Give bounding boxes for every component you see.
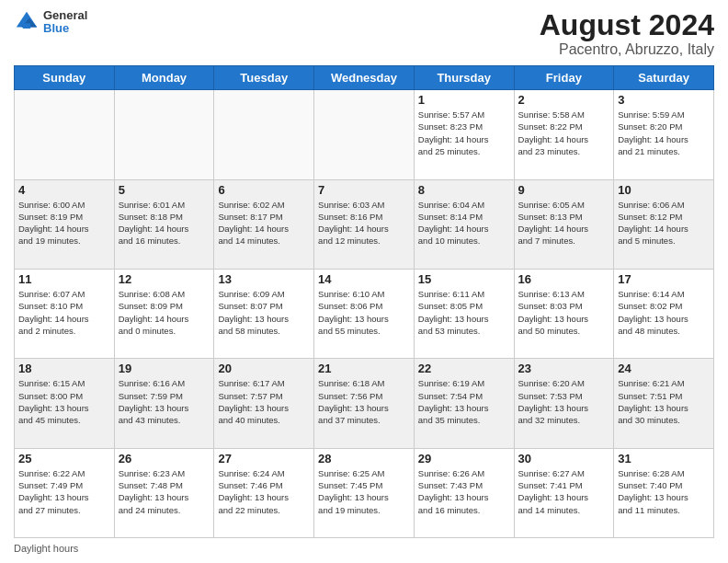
day-number: 25 (18, 452, 110, 465)
day-info: Sunrise: 6:19 AM Sunset: 7:54 PM Dayligh… (418, 377, 510, 426)
table-row: 12Sunrise: 6:08 AM Sunset: 8:09 PM Dayli… (114, 269, 214, 358)
day-info: Sunrise: 6:04 AM Sunset: 8:14 PM Dayligh… (418, 199, 510, 247)
table-row: 8Sunrise: 6:04 AM Sunset: 8:14 PM Daylig… (414, 179, 514, 269)
day-info: Sunrise: 6:28 AM Sunset: 7:40 PM Dayligh… (618, 467, 710, 516)
day-info: Sunrise: 6:20 AM Sunset: 7:53 PM Dayligh… (518, 377, 610, 426)
table-row: 11Sunrise: 6:07 AM Sunset: 8:10 PM Dayli… (15, 269, 115, 358)
day-info: Sunrise: 6:11 AM Sunset: 8:05 PM Dayligh… (418, 288, 510, 337)
day-number: 26 (119, 452, 210, 465)
col-tuesday: Tuesday (214, 66, 314, 90)
table-row: 22Sunrise: 6:19 AM Sunset: 7:54 PM Dayli… (414, 359, 514, 448)
day-info: Sunrise: 6:06 AM Sunset: 8:12 PM Dayligh… (618, 199, 710, 247)
table-row: 30Sunrise: 6:27 AM Sunset: 7:41 PM Dayli… (514, 448, 614, 537)
col-thursday: Thursday (414, 66, 514, 90)
header: General Blue August 2024 Pacentro, Abruz… (14, 9, 714, 58)
day-number: 28 (318, 452, 410, 465)
calendar-table: Sunday Monday Tuesday Wednesday Thursday… (14, 65, 714, 538)
col-friday: Friday (514, 66, 614, 90)
day-number: 10 (618, 183, 710, 197)
day-number: 16 (518, 272, 610, 286)
logo-line2: Blue (43, 22, 87, 35)
calendar-title: August 2024 (540, 9, 714, 41)
table-row: 25Sunrise: 6:22 AM Sunset: 7:49 PM Dayli… (15, 448, 115, 537)
day-number: 31 (618, 452, 710, 465)
day-info: Sunrise: 6:23 AM Sunset: 7:48 PM Dayligh… (119, 467, 210, 516)
day-info: Sunrise: 6:17 AM Sunset: 7:57 PM Dayligh… (218, 377, 310, 426)
day-number: 3 (618, 93, 710, 107)
table-row: 13Sunrise: 6:09 AM Sunset: 8:07 PM Dayli… (214, 269, 314, 358)
logo-line1: General (43, 9, 87, 22)
day-number: 12 (119, 272, 210, 286)
table-row: 26Sunrise: 6:23 AM Sunset: 7:48 PM Dayli… (114, 448, 214, 537)
table-row: 6Sunrise: 6:02 AM Sunset: 8:17 PM Daylig… (214, 179, 314, 269)
table-row: 14Sunrise: 6:10 AM Sunset: 8:06 PM Dayli… (314, 269, 415, 358)
title-block: August 2024 Pacentro, Abruzzo, Italy (540, 9, 714, 58)
day-info: Sunrise: 5:57 AM Sunset: 8:23 PM Dayligh… (418, 109, 510, 157)
day-number: 11 (18, 272, 110, 286)
day-info: Sunrise: 6:18 AM Sunset: 7:56 PM Dayligh… (318, 377, 410, 426)
calendar-week-row: 25Sunrise: 6:22 AM Sunset: 7:49 PM Dayli… (15, 448, 714, 537)
day-number: 7 (318, 183, 410, 197)
day-number: 18 (18, 362, 110, 375)
table-row: 18Sunrise: 6:15 AM Sunset: 8:00 PM Dayli… (15, 359, 115, 448)
col-monday: Monday (114, 66, 214, 90)
day-number: 4 (18, 183, 110, 197)
table-row: 7Sunrise: 6:03 AM Sunset: 8:16 PM Daylig… (314, 179, 415, 269)
table-row: 28Sunrise: 6:25 AM Sunset: 7:45 PM Dayli… (314, 448, 415, 537)
table-row: 15Sunrise: 6:11 AM Sunset: 8:05 PM Dayli… (414, 269, 514, 358)
table-row (314, 90, 415, 179)
day-info: Sunrise: 6:24 AM Sunset: 7:46 PM Dayligh… (218, 467, 310, 516)
day-info: Sunrise: 6:21 AM Sunset: 7:51 PM Dayligh… (618, 377, 710, 426)
table-row: 27Sunrise: 6:24 AM Sunset: 7:46 PM Dayli… (214, 448, 314, 537)
day-info: Sunrise: 6:25 AM Sunset: 7:45 PM Dayligh… (318, 467, 410, 516)
day-number: 29 (418, 452, 510, 465)
table-row: 3Sunrise: 5:59 AM Sunset: 8:20 PM Daylig… (614, 90, 714, 179)
page: General Blue August 2024 Pacentro, Abruz… (0, 0, 728, 563)
day-info: Sunrise: 6:26 AM Sunset: 7:43 PM Dayligh… (418, 467, 510, 516)
table-row: 19Sunrise: 6:16 AM Sunset: 7:59 PM Dayli… (114, 359, 214, 448)
table-row (114, 90, 214, 179)
day-info: Sunrise: 6:14 AM Sunset: 8:02 PM Dayligh… (618, 288, 710, 337)
col-saturday: Saturday (614, 66, 714, 90)
day-number: 22 (418, 362, 510, 375)
day-info: Sunrise: 6:01 AM Sunset: 8:18 PM Dayligh… (119, 199, 210, 247)
day-number: 30 (518, 452, 610, 465)
col-sunday: Sunday (15, 66, 115, 90)
logo: General Blue (14, 9, 87, 36)
day-number: 14 (318, 272, 410, 286)
day-info: Sunrise: 6:07 AM Sunset: 8:10 PM Dayligh… (18, 288, 110, 337)
day-number: 1 (418, 93, 510, 107)
table-row (214, 90, 314, 179)
table-row: 10Sunrise: 6:06 AM Sunset: 8:12 PM Dayli… (614, 179, 714, 269)
day-number: 6 (218, 183, 310, 197)
day-info: Sunrise: 6:03 AM Sunset: 8:16 PM Dayligh… (318, 199, 410, 247)
table-row: 21Sunrise: 6:18 AM Sunset: 7:56 PM Dayli… (314, 359, 415, 448)
day-info: Sunrise: 6:13 AM Sunset: 8:03 PM Dayligh… (518, 288, 610, 337)
footer-text: Daylight hours (14, 543, 78, 554)
day-info: Sunrise: 6:00 AM Sunset: 8:19 PM Dayligh… (18, 199, 110, 247)
svg-rect-2 (23, 24, 30, 29)
day-info: Sunrise: 5:58 AM Sunset: 8:22 PM Dayligh… (518, 109, 610, 157)
col-wednesday: Wednesday (314, 66, 415, 90)
calendar-subtitle: Pacentro, Abruzzo, Italy (540, 41, 714, 58)
table-row: 20Sunrise: 6:17 AM Sunset: 7:57 PM Dayli… (214, 359, 314, 448)
day-number: 20 (218, 362, 310, 375)
day-number: 5 (119, 183, 210, 197)
table-row: 1Sunrise: 5:57 AM Sunset: 8:23 PM Daylig… (414, 90, 514, 179)
table-row: 4Sunrise: 6:00 AM Sunset: 8:19 PM Daylig… (15, 179, 115, 269)
day-info: Sunrise: 6:05 AM Sunset: 8:13 PM Dayligh… (518, 199, 610, 247)
day-number: 17 (618, 272, 710, 286)
day-number: 21 (318, 362, 410, 375)
day-number: 23 (518, 362, 610, 375)
day-info: Sunrise: 6:16 AM Sunset: 7:59 PM Dayligh… (119, 377, 210, 426)
day-number: 24 (618, 362, 710, 375)
table-row: 24Sunrise: 6:21 AM Sunset: 7:51 PM Dayli… (614, 359, 714, 448)
day-number: 9 (518, 183, 610, 197)
day-info: Sunrise: 6:22 AM Sunset: 7:49 PM Dayligh… (18, 467, 110, 516)
day-info: Sunrise: 6:15 AM Sunset: 8:00 PM Dayligh… (18, 377, 110, 426)
table-row: 9Sunrise: 6:05 AM Sunset: 8:13 PM Daylig… (514, 179, 614, 269)
table-row (15, 90, 115, 179)
calendar-week-row: 1Sunrise: 5:57 AM Sunset: 8:23 PM Daylig… (15, 90, 714, 179)
day-info: Sunrise: 6:02 AM Sunset: 8:17 PM Dayligh… (218, 199, 310, 247)
day-info: Sunrise: 6:10 AM Sunset: 8:06 PM Dayligh… (318, 288, 410, 337)
